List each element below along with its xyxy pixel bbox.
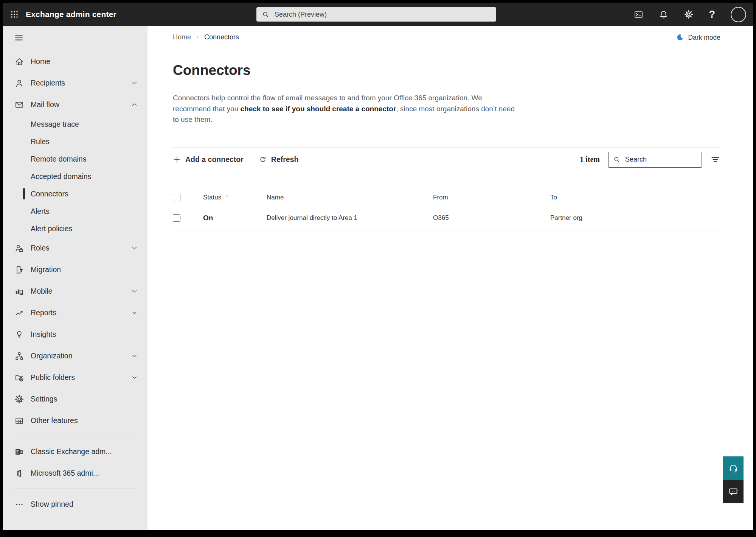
- sidebar-item-microsoft-365-admi[interactable]: Microsoft 365 admi...: [3, 462, 147, 484]
- column-header-status[interactable]: Status: [197, 194, 261, 201]
- support-button[interactable]: [723, 456, 744, 480]
- chevron-down-icon: [131, 309, 138, 316]
- sidebar-item-label: Home: [31, 57, 50, 66]
- sidebar-divider: [14, 436, 137, 436]
- sidebar-item-label: Insights: [31, 330, 56, 339]
- global-search-input[interactable]: [274, 10, 491, 19]
- sidebar-divider: [14, 489, 137, 489]
- feedback-icon: [728, 486, 739, 497]
- notifications-button[interactable]: [659, 10, 668, 19]
- sidebar-item-insights[interactable]: Insights: [3, 324, 147, 345]
- sidebar-item-label: Other features: [31, 416, 78, 425]
- breadcrumb-home[interactable]: Home: [173, 33, 191, 41]
- sidebar-item-mail-flow[interactable]: Mail flow: [3, 94, 147, 115]
- sidebar-item-alerts[interactable]: Alerts: [3, 202, 147, 220]
- table-icon: [14, 416, 24, 426]
- dark-mode-label: Dark mode: [688, 34, 720, 42]
- terminal-icon: [634, 10, 643, 19]
- sidebar-item-mobile[interactable]: Mobile: [3, 280, 147, 302]
- app-window: Exchange admin center ?: [3, 3, 753, 530]
- sidebar-item-label: Remote domains: [31, 155, 86, 163]
- select-all-checkbox[interactable]: [173, 194, 180, 201]
- roles-icon: [14, 243, 24, 253]
- sidebar-item-home[interactable]: Home: [3, 51, 147, 72]
- sidebar-item-message-trace[interactable]: Message trace: [3, 115, 147, 133]
- sidebar-item-classic-exchange-adm[interactable]: Classic Exchange adm...: [3, 441, 147, 462]
- cell-name: Deliver journal directly to Area 1: [261, 214, 427, 222]
- cell-status: On: [197, 214, 261, 222]
- sidebar-item-settings[interactable]: Settings: [3, 388, 147, 410]
- add-connector-button[interactable]: Add a connector: [173, 155, 244, 164]
- sidebar-item-label: Public folders: [31, 373, 75, 382]
- chevron-right-icon: [195, 35, 200, 40]
- table-header: StatusNameFromTo: [173, 189, 720, 206]
- search-icon: [262, 11, 270, 19]
- connectors-table: StatusNameFromTo OnDeliver journal direc…: [173, 189, 720, 230]
- toolbar-section: Add a connector Refresh 1 item: [173, 147, 720, 172]
- sidebar-item-rules[interactable]: Rules: [3, 133, 147, 150]
- main-content: Home Connectors Dark mode Connectors Con…: [147, 26, 753, 530]
- menu-toggle-button[interactable]: [14, 33, 24, 42]
- sidebar-item-remote-domains[interactable]: Remote domains: [3, 150, 147, 168]
- table-row[interactable]: OnDeliver journal directly to Area 1O365…: [173, 206, 720, 230]
- sidebar-item-organization[interactable]: Organization: [3, 345, 147, 367]
- avatar[interactable]: [731, 7, 746, 22]
- sidebar-item-accepted-domains[interactable]: Accepted domains: [3, 168, 147, 185]
- sidebar-item-reports[interactable]: Reports: [3, 302, 147, 324]
- sidebar-item-show-pinned[interactable]: Show pinned: [3, 493, 147, 515]
- sidebar-item-connectors[interactable]: Connectors: [3, 185, 147, 202]
- sidebar-item-recipients[interactable]: Recipients: [3, 72, 147, 94]
- dark-mode-toggle[interactable]: Dark mode: [676, 33, 720, 42]
- create-connector-link[interactable]: check to see if you should create a conn…: [240, 105, 396, 113]
- column-header-to[interactable]: To: [545, 194, 720, 201]
- sidebar-item-roles[interactable]: Roles: [3, 237, 147, 259]
- insights-icon: [14, 330, 24, 339]
- floating-action-buttons: [723, 456, 744, 503]
- column-header-from[interactable]: From: [427, 194, 545, 201]
- m365-logo-icon: [14, 469, 24, 478]
- sidebar-item-label: Organization: [31, 352, 73, 360]
- top-bar-actions: ?: [634, 3, 747, 26]
- list-search-box[interactable]: [608, 152, 702, 168]
- top-bar: Exchange admin center ?: [3, 3, 753, 26]
- help-button[interactable]: ?: [709, 9, 716, 20]
- sidebar-item-label: Classic Exchange adm...: [31, 447, 112, 456]
- sidebar-item-label: Connectors: [31, 190, 68, 198]
- sidebar-item-label: Settings: [31, 395, 57, 403]
- sidebar-item-label: Reports: [31, 308, 56, 317]
- gear-icon: [14, 394, 24, 404]
- terminal-button[interactable]: [634, 10, 643, 19]
- hamburger-icon: [14, 33, 23, 42]
- settings-button[interactable]: [684, 9, 694, 19]
- plus-icon: [173, 156, 181, 164]
- cell-to: Partner org: [545, 214, 720, 222]
- chevron-down-icon: [131, 352, 138, 360]
- sidebar-item-label: Alert policies: [31, 224, 73, 233]
- row-checkbox[interactable]: [173, 214, 180, 222]
- cell-from: O365: [427, 214, 545, 222]
- item-count: 1 item: [580, 155, 600, 164]
- sidebar-item-label: Message trace: [31, 120, 79, 129]
- sidebar-item-label: Mobile: [31, 287, 52, 296]
- sidebar-item-alert-policies[interactable]: Alert policies: [3, 220, 147, 237]
- sidebar-item-label: Rules: [31, 137, 50, 146]
- reports-icon: [14, 308, 24, 318]
- chevron-down-icon: [131, 288, 138, 295]
- sidebar-item-public-folders[interactable]: Public folders: [3, 367, 147, 388]
- sidebar-item-label: Microsoft 365 admi...: [31, 469, 99, 478]
- list-search-input[interactable]: [624, 155, 697, 164]
- sidebar-item-other-features[interactable]: Other features: [3, 410, 147, 431]
- filter-button[interactable]: [710, 154, 720, 165]
- public-folders-icon: [14, 373, 24, 383]
- chevron-down-icon: [131, 79, 138, 87]
- global-search-box[interactable]: [256, 7, 496, 22]
- app-launcher-icon: [10, 10, 19, 19]
- sidebar-item-label: Migration: [31, 265, 61, 274]
- refresh-button[interactable]: Refresh: [259, 155, 299, 164]
- app-launcher-button[interactable]: [3, 3, 26, 26]
- mobile-icon: [14, 286, 24, 296]
- feedback-button[interactable]: [723, 480, 744, 503]
- sidebar-item-migration[interactable]: Migration: [3, 259, 147, 280]
- sidebar-item-label: Accepted domains: [31, 172, 91, 181]
- column-header-name[interactable]: Name: [261, 194, 427, 201]
